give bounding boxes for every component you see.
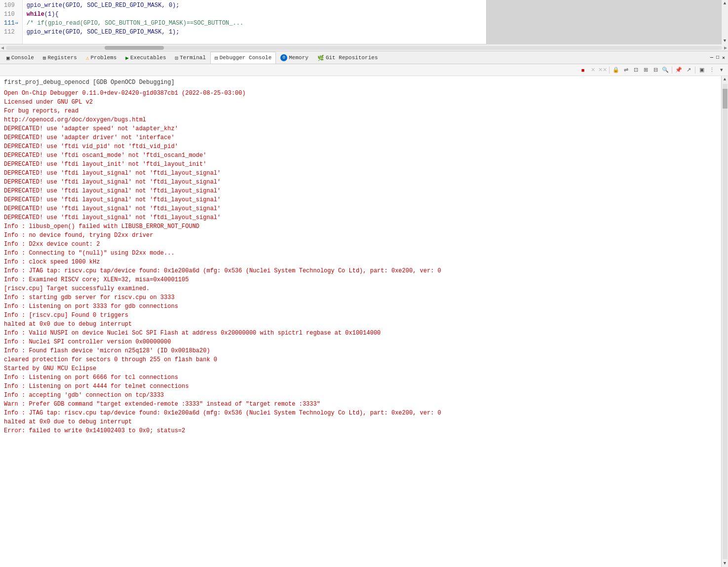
- horizontal-scrollbar[interactable]: ◀ ▶: [0, 44, 728, 51]
- console-line: Info : libusb_open() failed with LIBUSB_…: [4, 222, 724, 231]
- view-menu-button[interactable]: ⋮: [707, 66, 716, 75]
- console-line: DEPRECATED! use 'adapter speed' not 'ada…: [4, 124, 724, 133]
- console-line: halted at 0x0 due to debug interrupt: [4, 417, 724, 426]
- console-vscroll-up[interactable]: ▲: [722, 76, 728, 83]
- hscroll-thumb[interactable]: [105, 46, 164, 50]
- open-button[interactable]: ↗: [684, 66, 693, 75]
- console-wrapper: first_proj_debug_openocd [GDB OpenOCD De…: [0, 76, 728, 567]
- tab-terminal[interactable]: ⊡ Terminal: [171, 52, 210, 64]
- console-vscroll-down[interactable]: ▼: [722, 560, 728, 567]
- terminal-tab-icon: ⊡: [175, 55, 179, 61]
- clear-button[interactable]: ⊟: [651, 66, 660, 75]
- console-vscroll[interactable]: ▲ ▼: [721, 76, 728, 567]
- tab-terminal-label: Terminal: [180, 55, 206, 61]
- hscroll-left-arrow[interactable]: ◀: [1, 45, 4, 51]
- right-panel: ▲ ▼: [486, 0, 728, 44]
- tab-git-label: Git Repositories: [326, 55, 378, 61]
- console-line: Info : starting gdb server for riscv.cpu…: [4, 293, 724, 302]
- console-line: DEPRECATED! use 'adapter driver' not 'in…: [4, 133, 724, 142]
- toolbar-row: ■ ✕ ✕✕ 🔒 ⇌ ⊡ ⊞ ⊟ 🔍 📌 ↗ ▣ ⋮ ▾: [0, 64, 728, 76]
- git-tab-icon: 🌿: [317, 55, 324, 61]
- find-button[interactable]: 🔍: [661, 66, 670, 75]
- console-line: DEPRECATED! use 'ftdi layout_signal' not…: [4, 187, 724, 195]
- tab-memory-label: Memory: [289, 55, 308, 61]
- tab-executables[interactable]: ▶ Executables: [121, 52, 170, 64]
- memory-tab-badge: 0: [280, 54, 287, 61]
- tab-console[interactable]: ▣ Console: [2, 52, 38, 64]
- minimize-button[interactable]: —: [709, 54, 714, 61]
- dropdown-button[interactable]: ▾: [717, 66, 726, 75]
- console-line: Info : Examined RISCV core; XLEN=32, mis…: [4, 275, 724, 284]
- console-line: Open On-Chip Debugger 0.11.0+dev-02420-g…: [4, 89, 724, 98]
- console-line: Info : [riscv.cpu] Found 0 triggers: [4, 311, 724, 320]
- console-line: Info : D2xx device count: 2: [4, 240, 724, 249]
- tab-debugger-console-label: Debugger Console: [220, 55, 272, 61]
- console-lines-container: Open On-Chip Debugger 0.11.0+dev-02420-g…: [4, 89, 724, 435]
- console-line: Info : Nuclei SPI controller version 0x0…: [4, 338, 724, 346]
- maximize-button[interactable]: □: [715, 54, 720, 61]
- tab-problems[interactable]: ⚠ Problems: [81, 52, 121, 64]
- console-line: Licensed under GNU GPL v2: [4, 98, 724, 107]
- tab-memory[interactable]: 0 Memory: [276, 52, 313, 64]
- console-vscroll-thumb[interactable]: [723, 89, 728, 109]
- copy-button[interactable]: ⊡: [631, 66, 640, 75]
- registers-tab-icon: ⊞: [43, 55, 46, 61]
- console-line: DEPRECATED! use 'ftdi layout_signal' not…: [4, 195, 724, 204]
- word-wrap-button[interactable]: ⇌: [621, 66, 630, 75]
- tab-registers[interactable]: ⊞ Registers: [38, 52, 81, 64]
- console-line: For bug reports, read: [4, 107, 724, 115]
- debugger-console-tab-icon: ⊟: [215, 55, 218, 61]
- tab-debugger-console[interactable]: ⊟ Debugger Console: [210, 52, 276, 64]
- paste-button[interactable]: ⊞: [641, 66, 650, 75]
- tab-console-label: Console: [11, 55, 34, 61]
- console-line: cleared protection for sectors 0 through…: [4, 355, 724, 364]
- tabs-bar-left: ▣ Console ⊞ Registers ⚠ Problems ▶ Execu…: [2, 52, 383, 64]
- close-button[interactable]: ✕: [721, 54, 726, 62]
- stop-button[interactable]: ■: [578, 66, 587, 75]
- tab-git-repositories[interactable]: 🌿 Git Repositories: [313, 52, 383, 64]
- remove-button[interactable]: ✕: [588, 66, 597, 75]
- vscroll-down-arrow[interactable]: ▼: [722, 38, 728, 44]
- console-line: DEPRECATED! use 'ftdi oscan1_mode' not '…: [4, 151, 724, 160]
- right-panel-vscroll[interactable]: ▲ ▼: [721, 0, 728, 44]
- remove-all-button[interactable]: ✕✕: [598, 66, 607, 75]
- console-line: Info : Connecting to "(null)" using D2xx…: [4, 249, 724, 258]
- console-line: Info : Listening on port 4444 for telnet…: [4, 382, 724, 391]
- console-line: Info : JTAG tap: riscv.cpu tap/device fo…: [4, 266, 724, 275]
- console-line: DEPRECATED! use 'ftdi layout_signal' not…: [4, 178, 724, 187]
- console-line: DEPRECATED! use 'ftdi vid_pid' not 'ftdi…: [4, 142, 724, 151]
- console-line: [riscv.cpu] Target successfully examined…: [4, 284, 724, 293]
- console-line: Info : Listening on port 3333 for gdb co…: [4, 302, 724, 311]
- line-111: 111⇒: [4, 19, 18, 28]
- toolbar-sep-3: [695, 67, 695, 74]
- console-line: Info : Listening on port 6666 for tcl co…: [4, 373, 724, 382]
- console-line: halted at 0x0 due to debug interrupt: [4, 320, 724, 329]
- main-wrapper: 109 110 111⇒ 112 gpio_write(GPIO, SOC_LE…: [0, 0, 728, 567]
- tab-registers-label: Registers: [47, 55, 77, 61]
- console-line: Info : JTAG tap: riscv.cpu tap/device fo…: [4, 409, 724, 417]
- console-line: Info : accepting 'gdb' connection on tcp…: [4, 391, 724, 400]
- hscroll-right-arrow[interactable]: ▶: [724, 45, 727, 51]
- console-tab-icon: ▣: [6, 55, 10, 61]
- hscroll-track: [6, 46, 722, 50]
- console-line: DEPRECATED! use 'ftdi layout_signal' not…: [4, 169, 724, 178]
- vscroll-up-arrow[interactable]: ▲: [722, 0, 728, 7]
- console-line: Started by GNU MCU Eclipse: [4, 364, 724, 373]
- code-gutter: 109 110 111⇒ 112: [0, 0, 23, 44]
- line-109: 109: [4, 1, 18, 10]
- session-label: first_proj_debug_openocd [GDB OpenOCD De…: [4, 78, 724, 87]
- tabs-bar: ▣ Console ⊞ Registers ⚠ Problems ▶ Execu…: [0, 51, 728, 64]
- console-line: http://openocd.org/doc/doxygen/bugs.html: [4, 115, 724, 124]
- problems-tab-icon: ⚠: [86, 55, 89, 61]
- toolbar-sep-2: [672, 67, 672, 74]
- pin-button[interactable]: 📌: [674, 66, 683, 75]
- console-line: Warn : Prefer GDB command "target extend…: [4, 400, 724, 409]
- console-line: Info : clock speed 1000 kHz: [4, 258, 724, 266]
- window-controls: — □ ✕: [709, 54, 726, 62]
- layout-button[interactable]: ▣: [697, 66, 706, 75]
- executables-tab-icon: ▶: [125, 55, 129, 61]
- console-line: Info : no device found, trying D2xx driv…: [4, 231, 724, 240]
- console-line: DEPRECATED! use 'ftdi layout_signal' not…: [4, 204, 724, 213]
- line-112: 112: [4, 28, 18, 37]
- scroll-lock-button[interactable]: 🔒: [612, 66, 620, 75]
